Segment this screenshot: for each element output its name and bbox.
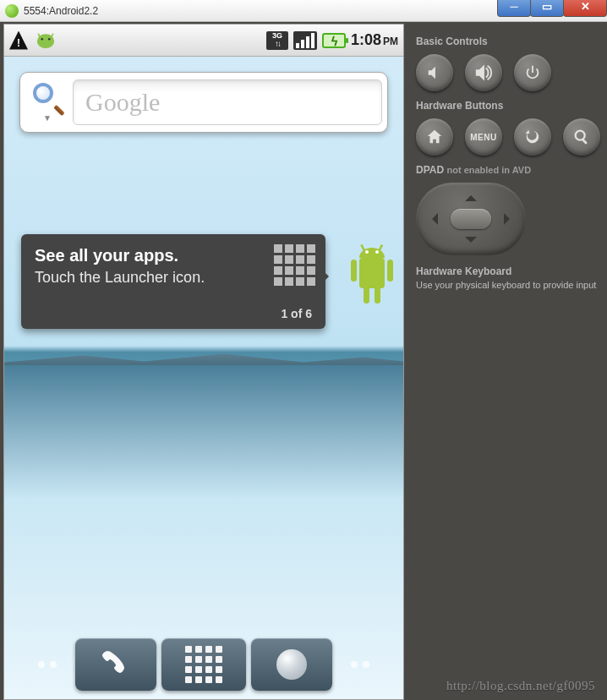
hint-title: See all your apps. — [35, 246, 312, 265]
svg-rect-7 — [387, 260, 393, 282]
globe-icon — [276, 649, 307, 680]
menu-button[interactable]: MENU — [465, 118, 502, 156]
window-title: 5554:Android2.2 — [24, 5, 98, 17]
launcher-grid-icon — [274, 244, 315, 286]
page-indicator-right[interactable] — [337, 661, 383, 668]
android-debug-icon — [31, 30, 60, 52]
warning-icon: ! — [9, 31, 28, 50]
emulator-screen: ! 3G↑↓ ϟ 1:08PM ▼ — [3, 24, 404, 700]
svg-rect-4 — [51, 33, 54, 37]
minimize-button[interactable]: ─ — [497, 0, 531, 17]
watermark-text: http://blog.csdn.net/gf0095 — [446, 679, 595, 693]
svg-point-1 — [41, 38, 43, 41]
chevron-down-icon: ▼ — [43, 113, 52, 123]
svg-rect-9 — [375, 287, 380, 304]
close-button[interactable]: ✕ — [563, 0, 607, 17]
svg-point-2 — [48, 38, 51, 41]
status-bar[interactable]: ! 3G↑↓ ϟ 1:08PM — [4, 25, 403, 57]
power-button[interactable] — [514, 54, 551, 91]
window-controls: ─ ▭ ✕ — [498, 0, 607, 20]
svg-point-13 — [375, 250, 379, 254]
status-clock: 1:08PM — [351, 31, 398, 49]
svg-rect-6 — [351, 260, 357, 282]
onboarding-hint[interactable]: See all your apps. Touch the Launcher ic… — [21, 234, 325, 329]
battery-charging-icon: ϟ — [322, 33, 346, 48]
page-indicator-left[interactable] — [25, 661, 70, 668]
volume-down-button[interactable] — [416, 54, 453, 91]
back-button[interactable] — [514, 118, 551, 156]
emulator-side-panel: Basic Controls Hardware Buttons MENU — [404, 22, 607, 700]
dpad-center[interactable] — [451, 209, 491, 229]
window-favicon — [5, 4, 19, 18]
browser-button[interactable] — [251, 638, 332, 691]
dpad-label: DPAD not enabled in AVD — [416, 164, 600, 176]
maximize-button[interactable]: ▭ — [530, 0, 564, 17]
home-button[interactable] — [416, 118, 453, 156]
hardware-buttons-label: Hardware Buttons — [416, 100, 600, 112]
network-3g-icon: 3G↑↓ — [266, 31, 288, 50]
svg-rect-5 — [359, 258, 385, 288]
hint-body: Touch the Launcher icon. — [35, 269, 312, 287]
dpad-right[interactable] — [504, 213, 516, 225]
search-placeholder: Google — [85, 88, 160, 117]
dpad-up[interactable] — [465, 189, 477, 201]
svg-point-14 — [576, 131, 585, 140]
svg-point-12 — [365, 250, 369, 254]
search-icon — [33, 83, 62, 112]
dpad-down[interactable] — [465, 237, 477, 249]
search-scope-button[interactable]: ▼ — [22, 74, 73, 130]
svg-rect-8 — [364, 287, 369, 304]
dpad-control — [416, 183, 526, 255]
dpad-left[interactable] — [426, 213, 438, 225]
svg-rect-15 — [582, 139, 588, 145]
volume-up-button[interactable] — [465, 54, 502, 91]
home-dock — [4, 638, 403, 691]
hw-keyboard-desc: Use your physical keyboard to provide in… — [416, 279, 600, 291]
dialer-button[interactable] — [75, 638, 156, 691]
phone-icon — [99, 646, 133, 683]
svg-rect-3 — [38, 33, 41, 37]
android-mascot-icon — [339, 243, 404, 324]
launcher-button[interactable] — [161, 638, 246, 691]
basic-controls-label: Basic Controls — [416, 36, 600, 47]
home-wallpaper[interactable]: ▼ Google See all your apps. Touch the La… — [4, 57, 403, 699]
hint-pager: 1 of 6 — [35, 307, 312, 320]
signal-icon — [293, 31, 317, 50]
search-input[interactable]: Google — [73, 79, 382, 125]
apps-grid-icon — [185, 646, 222, 683]
search-button[interactable] — [563, 118, 600, 156]
hw-keyboard-label: Hardware Keyboard — [416, 265, 600, 277]
google-search-widget[interactable]: ▼ Google — [19, 72, 388, 133]
